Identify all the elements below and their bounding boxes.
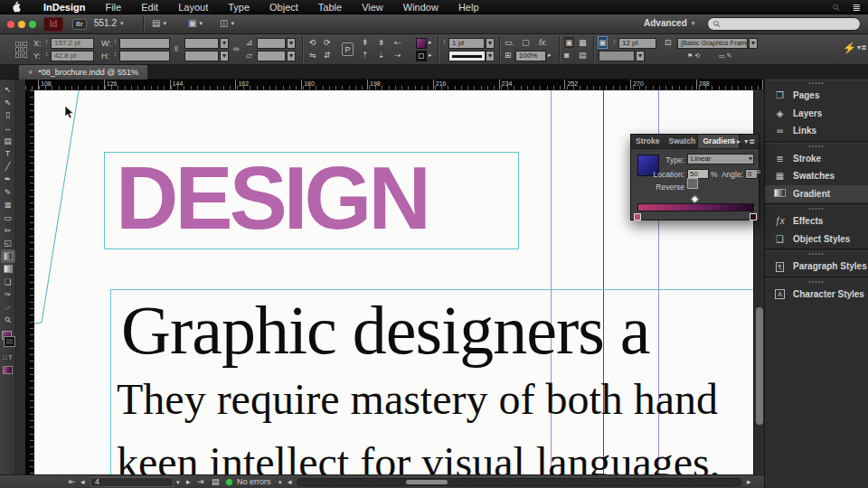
zoom-level-dropdown[interactable]: 551.2▾ [94, 18, 124, 28]
page-dropdown-icon[interactable]: ▾ [176, 476, 180, 488]
gradient-swatch-tool[interactable] [1, 249, 15, 262]
pencil-tool[interactable]: ✎ [1, 186, 15, 199]
gap-tool[interactable]: ↔ [1, 122, 15, 135]
content-collector-tool[interactable]: ▤ [1, 135, 15, 147]
angle-field[interactable]: 0 [745, 169, 758, 179]
apple-icon[interactable] [11, 1, 21, 13]
panel-menu-icon[interactable]: ▾≣ [744, 137, 756, 145]
object-style-arrow[interactable]: ▾ [749, 38, 758, 49]
stroke-swatch[interactable] [416, 51, 427, 61]
gradient-midpoint-handle[interactable] [691, 195, 700, 204]
scale-y-dropdown[interactable]: ▾ [220, 51, 229, 61]
menu-indesign[interactable]: InDesign [33, 2, 95, 13]
wrap-offset-stepper[interactable]: ↕ [611, 39, 618, 44]
spotlight-search-icon[interactable]: ⚲ [831, 2, 843, 14]
dock-item-character-styles[interactable]: ACharacter Styles [765, 286, 868, 304]
dock-item-swatches[interactable]: ▦Swatches [765, 167, 868, 185]
shear-angle-dropdown[interactable]: ▾ [287, 51, 296, 61]
stroke-arrow-icon[interactable]: ▸ [429, 50, 432, 61]
scroll-left-button[interactable]: ◂ [288, 476, 292, 488]
x-stepper[interactable]: ↕ [43, 39, 50, 44]
free-transform-tool[interactable]: ◱ [1, 237, 15, 249]
object-style-dropdown[interactable]: [Basic Graphics Frame]+ [677, 38, 748, 49]
horizontal-scrollbar[interactable] [297, 478, 741, 486]
search-input[interactable]: ⚲ [707, 17, 861, 31]
horizontal-scrollbar-thumb[interactable] [406, 480, 448, 484]
dock-item-links[interactable]: ∞Links [765, 122, 868, 140]
menu-type[interactable]: Type [218, 2, 259, 13]
close-window-button[interactable] [7, 21, 14, 28]
wrap-options-arrow[interactable]: ▾ [636, 51, 645, 61]
menu-edit[interactable]: Edit [131, 2, 168, 13]
gradient-stop-right[interactable] [750, 213, 757, 221]
dock-group-grip[interactable]: ••••• [765, 251, 868, 258]
y-stepper[interactable]: ↕ [43, 52, 50, 57]
document-tab[interactable]: × *08_brochure.indd @ 551% [18, 65, 148, 80]
scale-x-field[interactable] [184, 38, 219, 49]
flip-vertical-button[interactable]: ⇵ [324, 50, 331, 61]
notification-center-icon[interactable]: ≣ [853, 2, 861, 14]
fill-arrow-icon[interactable]: ▸ [429, 37, 432, 48]
dock-item-paragraph-styles[interactable]: ¶Paragraph Styles [765, 258, 868, 276]
stroke-weight-field[interactable]: 1 pt [448, 38, 485, 49]
apply-gradient-button[interactable] [3, 366, 13, 374]
distribute-buttons-row[interactable]: ⇡ ⇣ ⇢ [362, 50, 405, 61]
dock-group-grip[interactable]: ••••• [765, 279, 868, 286]
menu-object[interactable]: Object [259, 2, 308, 13]
w-stepper[interactable]: ↕ [112, 39, 118, 44]
align-buttons-row[interactable]: ⇞ ⇟ ⇠ [362, 37, 405, 48]
quick-edit-icons[interactable]: ▭ ✎ [719, 51, 731, 61]
quick-apply-button[interactable]: ⚡ [843, 42, 856, 53]
selection-tool[interactable]: ↖ [1, 83, 15, 96]
stroke-type-dropdown[interactable] [448, 51, 486, 61]
wrap-options-dropdown[interactable] [599, 51, 635, 61]
rotation-angle-dropdown[interactable]: ▾ [287, 38, 296, 49]
arrange-documents-dropdown[interactable]: ◫▾ [220, 18, 234, 28]
stroke-type-arrow[interactable]: ▾ [486, 51, 495, 61]
preflight-icon[interactable]: ▤ [212, 476, 220, 488]
first-page-button[interactable]: ⇤ [69, 476, 76, 488]
fit-frame-button[interactable]: ▤ [579, 50, 587, 61]
menu-table[interactable]: Table [308, 2, 352, 13]
menu-layout[interactable]: Layout [168, 2, 218, 13]
dock-item-layers[interactable]: ◈Layers [765, 105, 868, 123]
dock-group-grip[interactable]: ••••• [765, 80, 868, 87]
y-field[interactable]: 42.8 pt [51, 51, 94, 61]
screen-mode-dropdown[interactable]: ▣▾ [188, 18, 203, 28]
tab-swatches[interactable]: Swatch [664, 135, 697, 148]
collapse-panel-icon[interactable]: ▸▸ [732, 137, 741, 145]
preflight-dropdown-icon[interactable]: ▾ [278, 476, 282, 488]
rotate-ccw-button[interactable]: ⟲ [309, 37, 316, 48]
opacity-arrow[interactable]: ▸ [548, 50, 552, 61]
tab-stroke[interactable]: Stroke [631, 135, 664, 148]
gradient-feather-tool[interactable] [1, 263, 15, 276]
h-field[interactable] [119, 51, 170, 61]
style-override-icons[interactable]: ⚑ ⟲ [687, 51, 700, 61]
corner-options-icon[interactable]: ▭. [505, 37, 514, 48]
bridge-button[interactable]: Br [72, 19, 87, 30]
page-tool[interactable]: ▯ [1, 108, 15, 121]
fill-swatch[interactable] [416, 38, 427, 49]
view-options-dropdown[interactable]: ▤▾ [152, 18, 166, 28]
flip-horizontal-button[interactable]: ⇋ [309, 50, 316, 61]
vertical-scrollbar-thumb[interactable] [756, 307, 763, 425]
page-number-field[interactable]: 4 [90, 477, 174, 487]
dock-group-grip[interactable]: ••••• [765, 206, 868, 212]
last-page-button[interactable]: ⇥ [197, 476, 204, 488]
horizontal-ruler[interactable]: 10812614416218019821623425227028830 [25, 80, 764, 90]
x-field[interactable]: 157.2 pt [51, 38, 94, 49]
type-tool[interactable]: T [1, 147, 15, 160]
dock-item-object-styles[interactable]: ❑Object Styles [765, 230, 868, 249]
shear-angle-field[interactable] [257, 51, 286, 61]
corner-shape-icon[interactable]: ▢ [522, 37, 530, 48]
workspace-switcher[interactable]: Advanced▾ [644, 18, 694, 28]
menu-file[interactable]: File [95, 2, 131, 13]
w-field[interactable] [119, 38, 170, 49]
zoom-window-button[interactable] [29, 21, 36, 28]
reference-point-proxy[interactable] [15, 42, 27, 58]
pen-tool[interactable]: ✒ [1, 173, 15, 185]
direct-selection-tool[interactable]: ⇖ [1, 96, 15, 108]
dock-item-stroke[interactable]: ≣Stroke [765, 150, 868, 168]
reverse-gradient-button[interactable] [687, 178, 698, 189]
rotation-angle-field[interactable] [257, 38, 286, 49]
